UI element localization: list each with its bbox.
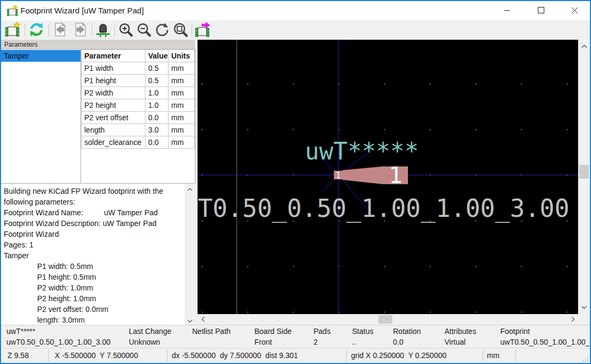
table-row: P2 width 1.0 mm — [82, 87, 195, 99]
page-previous-icon — [52, 21, 68, 39]
status-field-attributes: Attributes Virtual — [444, 325, 497, 348]
parameters-caption-label: Parameters — [4, 41, 38, 48]
footprint-wizard-window: Footprint Wizard [uW Tamper Pad] — [0, 0, 591, 364]
pad-1-number-large: 1 — [389, 162, 402, 188]
statusbar-separator — [346, 350, 347, 362]
status-field-last-change: Last Change Unknown — [129, 325, 189, 348]
param-value-cell[interactable]: 0.0 — [145, 136, 169, 149]
param-value-cell[interactable]: 1.0 — [145, 99, 169, 112]
last-change-label: Last Change — [129, 327, 171, 336]
param-units-cell: mm — [169, 62, 195, 75]
param-units-cell: mm — [169, 99, 195, 112]
log-scroll-up-button[interactable] — [185, 184, 195, 193]
statusbar-separator — [48, 350, 49, 362]
app-footprint-icon — [6, 5, 18, 19]
param-name-cell: solder_clearance — [82, 136, 145, 149]
param-name-cell: P2 width — [82, 87, 145, 99]
canvas-scroll-down-button[interactable] — [578, 302, 590, 311]
footprint-label: Footprint — [500, 327, 530, 336]
param-value-cell[interactable]: 0.5 — [145, 75, 169, 87]
units-cell: mm — [487, 351, 499, 360]
param-name-cell: P2 vert offset — [82, 112, 145, 124]
toolbar-separator — [192, 24, 192, 37]
table-row: solder_clearance 0.0 mm — [82, 136, 195, 149]
canvas-scroll-left-button[interactable] — [198, 314, 208, 325]
close-button[interactable] — [558, 1, 590, 21]
minimize-icon — [504, 7, 510, 15]
parameter-table: Parameter Value Units P1 width 0.5 mm P1… — [81, 49, 195, 149]
chevron-right-icon — [571, 316, 575, 324]
canvas-scroll-right-button[interactable] — [568, 314, 578, 325]
chevron-down-icon — [581, 303, 587, 311]
show-pads-button[interactable] — [94, 21, 112, 39]
main-toolbar — [1, 20, 590, 40]
status-field-footprint: Footprint uwT0.50_0.50_1.00_1.00_3.00 — [500, 325, 589, 348]
export-footprint-button[interactable] — [194, 21, 211, 39]
relative-position-cell: dx -5.500000 dy 7.500000 dist 9.301 — [172, 351, 298, 360]
param-units-cell: mm — [169, 75, 195, 87]
canvas-hscroll-thumb[interactable] — [378, 315, 392, 324]
status-label: Status — [352, 327, 374, 336]
page-list-item-tamper[interactable]: Tamper — [1, 50, 81, 62]
status-field-name: uwT***** uwT0.50_0.50_1.00_1.00_3.00 — [6, 325, 127, 348]
footprint-reference-label: uwT***** — [6, 327, 35, 336]
table-row: length 3.0 mm — [82, 124, 195, 136]
log-line: P1 width: 0.5mm — [1, 261, 195, 272]
footprint-value-text: uwT0.50_0.50_1.00_1.00_3.00 — [198, 194, 570, 223]
maximize-icon — [538, 7, 544, 15]
refresh-icon — [28, 21, 45, 39]
log-line: Tamper — [1, 250, 195, 261]
toolbar-separator — [25, 24, 25, 37]
column-header-parameter: Parameter — [82, 50, 145, 62]
update-footprint-button[interactable] — [28, 21, 45, 39]
log-scroll-down-button[interactable] — [185, 316, 195, 325]
param-value-cell[interactable]: 0.5 — [145, 62, 169, 75]
resize-grip-icon[interactable] — [582, 354, 589, 364]
page-next-icon — [72, 21, 89, 39]
param-value-cell[interactable]: 0.0 — [145, 112, 169, 124]
canvas-graphics: uwT0.50_0.50_1.00_1.00_3.00 uwT***** 1 1 — [198, 40, 578, 314]
statusbar-separator — [167, 350, 167, 362]
status-value: .. — [352, 338, 356, 346]
wizard-page-list: Tamper — [1, 49, 81, 183]
zoom-out-button[interactable] — [135, 21, 152, 39]
param-value-cell[interactable]: 1.0 — [145, 87, 169, 99]
zoom-out-icon — [136, 21, 152, 39]
redraw-button[interactable] — [154, 21, 171, 39]
table-row: P1 height 0.5 mm — [82, 75, 195, 87]
log-line: P1 height: 0.5mm — [1, 272, 195, 282]
parameter-table-panel: Parameter Value Units P1 width 0.5 mm P1… — [81, 49, 195, 183]
log-scrollbar[interactable] — [185, 184, 195, 325]
window-title: Footprint Wizard [uW Tamper Pad] — [20, 6, 144, 15]
canvas-scroll-up-button[interactable] — [578, 41, 590, 50]
param-name-cell: length — [82, 124, 145, 136]
chevron-up-icon — [187, 185, 193, 193]
zoom-in-button[interactable] — [117, 21, 134, 39]
netlist-path-label: Netlist Path — [192, 327, 231, 336]
log-line: Footprint Wizard Description: uW Tamper … — [1, 218, 195, 229]
log-line: Building new KiCad FP Wizard footprint w… — [1, 186, 195, 196]
chevron-left-icon — [201, 316, 205, 324]
footprint-preview-canvas[interactable]: uwT0.50_0.50_1.00_1.00_3.00 uwT***** 1 1 — [198, 40, 578, 314]
footprint-name-value: uwT0.50_0.50_1.00_1.00_3.00 — [6, 338, 111, 346]
title-bar[interactable]: Footprint Wizard [uW Tamper Pad] — [1, 1, 590, 20]
close-icon — [571, 7, 578, 16]
rotation-value: 0.0 — [393, 338, 403, 346]
rotation-label: Rotation — [393, 327, 421, 336]
statusbar-separator — [515, 350, 516, 362]
toolbar-separator — [48, 24, 49, 37]
last-change-value: Unknown — [129, 338, 160, 346]
maximize-button[interactable] — [525, 1, 557, 21]
minimize-button[interactable] — [491, 1, 523, 21]
select-wizard-button[interactable] — [4, 21, 21, 39]
param-value-cell[interactable]: 3.0 — [145, 124, 169, 136]
canvas-vscroll-thumb[interactable] — [579, 165, 589, 179]
board-side-label: Board Side — [254, 327, 291, 336]
previous-page-button[interactable] — [52, 21, 69, 39]
zoom-in-icon — [118, 21, 134, 39]
status-field-board-side: Board Side Front — [254, 325, 310, 348]
zoom-fit-button[interactable] — [172, 21, 189, 39]
status-field-rotation: Rotation 0.0 — [393, 325, 441, 348]
next-page-button[interactable] — [72, 21, 89, 39]
table-row: P1 width 0.5 mm — [82, 62, 195, 75]
